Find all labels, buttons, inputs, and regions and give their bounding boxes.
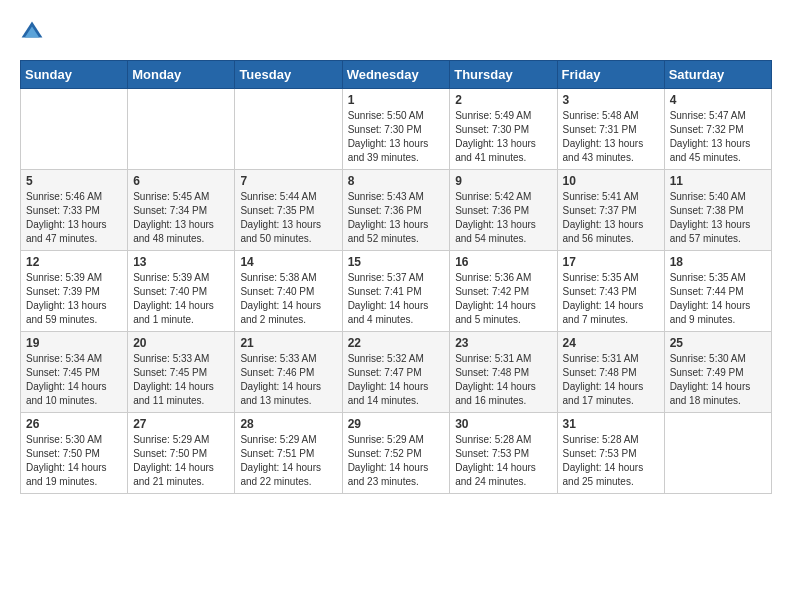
calendar-cell: 11Sunrise: 5:40 AM Sunset: 7:38 PM Dayli… [664, 170, 771, 251]
day-info: Sunrise: 5:39 AM Sunset: 7:39 PM Dayligh… [26, 271, 122, 327]
calendar-cell: 26Sunrise: 5:30 AM Sunset: 7:50 PM Dayli… [21, 413, 128, 494]
calendar-cell [235, 89, 342, 170]
calendar-week-row: 19Sunrise: 5:34 AM Sunset: 7:45 PM Dayli… [21, 332, 772, 413]
calendar-cell: 1Sunrise: 5:50 AM Sunset: 7:30 PM Daylig… [342, 89, 450, 170]
day-info: Sunrise: 5:31 AM Sunset: 7:48 PM Dayligh… [563, 352, 659, 408]
day-info: Sunrise: 5:44 AM Sunset: 7:35 PM Dayligh… [240, 190, 336, 246]
day-number: 30 [455, 417, 551, 431]
day-number: 17 [563, 255, 659, 269]
calendar-cell: 30Sunrise: 5:28 AM Sunset: 7:53 PM Dayli… [450, 413, 557, 494]
calendar-cell: 8Sunrise: 5:43 AM Sunset: 7:36 PM Daylig… [342, 170, 450, 251]
day-info: Sunrise: 5:43 AM Sunset: 7:36 PM Dayligh… [348, 190, 445, 246]
calendar-cell: 18Sunrise: 5:35 AM Sunset: 7:44 PM Dayli… [664, 251, 771, 332]
calendar-cell [128, 89, 235, 170]
calendar-cell: 10Sunrise: 5:41 AM Sunset: 7:37 PM Dayli… [557, 170, 664, 251]
weekday-header: Saturday [664, 61, 771, 89]
logo-icon [20, 20, 44, 44]
day-info: Sunrise: 5:32 AM Sunset: 7:47 PM Dayligh… [348, 352, 445, 408]
day-info: Sunrise: 5:29 AM Sunset: 7:50 PM Dayligh… [133, 433, 229, 489]
calendar-cell: 6Sunrise: 5:45 AM Sunset: 7:34 PM Daylig… [128, 170, 235, 251]
calendar-cell: 15Sunrise: 5:37 AM Sunset: 7:41 PM Dayli… [342, 251, 450, 332]
logo [20, 20, 48, 44]
day-info: Sunrise: 5:35 AM Sunset: 7:43 PM Dayligh… [563, 271, 659, 327]
day-info: Sunrise: 5:30 AM Sunset: 7:49 PM Dayligh… [670, 352, 766, 408]
day-info: Sunrise: 5:39 AM Sunset: 7:40 PM Dayligh… [133, 271, 229, 327]
calendar-cell: 9Sunrise: 5:42 AM Sunset: 7:36 PM Daylig… [450, 170, 557, 251]
day-number: 5 [26, 174, 122, 188]
day-number: 14 [240, 255, 336, 269]
calendar-cell: 28Sunrise: 5:29 AM Sunset: 7:51 PM Dayli… [235, 413, 342, 494]
day-info: Sunrise: 5:41 AM Sunset: 7:37 PM Dayligh… [563, 190, 659, 246]
day-info: Sunrise: 5:34 AM Sunset: 7:45 PM Dayligh… [26, 352, 122, 408]
day-number: 29 [348, 417, 445, 431]
weekday-header: Monday [128, 61, 235, 89]
day-info: Sunrise: 5:42 AM Sunset: 7:36 PM Dayligh… [455, 190, 551, 246]
calendar-cell: 4Sunrise: 5:47 AM Sunset: 7:32 PM Daylig… [664, 89, 771, 170]
day-number: 31 [563, 417, 659, 431]
calendar-cell: 21Sunrise: 5:33 AM Sunset: 7:46 PM Dayli… [235, 332, 342, 413]
day-number: 8 [348, 174, 445, 188]
calendar-cell: 31Sunrise: 5:28 AM Sunset: 7:53 PM Dayli… [557, 413, 664, 494]
calendar-cell: 24Sunrise: 5:31 AM Sunset: 7:48 PM Dayli… [557, 332, 664, 413]
day-number: 12 [26, 255, 122, 269]
weekday-header: Tuesday [235, 61, 342, 89]
day-number: 22 [348, 336, 445, 350]
day-info: Sunrise: 5:48 AM Sunset: 7:31 PM Dayligh… [563, 109, 659, 165]
day-info: Sunrise: 5:33 AM Sunset: 7:45 PM Dayligh… [133, 352, 229, 408]
calendar-cell [664, 413, 771, 494]
day-number: 19 [26, 336, 122, 350]
calendar-week-row: 12Sunrise: 5:39 AM Sunset: 7:39 PM Dayli… [21, 251, 772, 332]
calendar-week-row: 5Sunrise: 5:46 AM Sunset: 7:33 PM Daylig… [21, 170, 772, 251]
page-header [20, 20, 772, 44]
calendar-header-row: SundayMondayTuesdayWednesdayThursdayFrid… [21, 61, 772, 89]
calendar-cell: 13Sunrise: 5:39 AM Sunset: 7:40 PM Dayli… [128, 251, 235, 332]
weekday-header: Thursday [450, 61, 557, 89]
day-number: 1 [348, 93, 445, 107]
day-info: Sunrise: 5:29 AM Sunset: 7:52 PM Dayligh… [348, 433, 445, 489]
day-info: Sunrise: 5:40 AM Sunset: 7:38 PM Dayligh… [670, 190, 766, 246]
day-number: 2 [455, 93, 551, 107]
weekday-header: Friday [557, 61, 664, 89]
day-info: Sunrise: 5:37 AM Sunset: 7:41 PM Dayligh… [348, 271, 445, 327]
calendar-cell: 14Sunrise: 5:38 AM Sunset: 7:40 PM Dayli… [235, 251, 342, 332]
day-number: 3 [563, 93, 659, 107]
day-number: 23 [455, 336, 551, 350]
day-number: 4 [670, 93, 766, 107]
day-info: Sunrise: 5:38 AM Sunset: 7:40 PM Dayligh… [240, 271, 336, 327]
calendar-cell: 22Sunrise: 5:32 AM Sunset: 7:47 PM Dayli… [342, 332, 450, 413]
day-number: 18 [670, 255, 766, 269]
calendar-cell: 12Sunrise: 5:39 AM Sunset: 7:39 PM Dayli… [21, 251, 128, 332]
calendar-cell: 2Sunrise: 5:49 AM Sunset: 7:30 PM Daylig… [450, 89, 557, 170]
calendar-week-row: 1Sunrise: 5:50 AM Sunset: 7:30 PM Daylig… [21, 89, 772, 170]
day-info: Sunrise: 5:31 AM Sunset: 7:48 PM Dayligh… [455, 352, 551, 408]
day-info: Sunrise: 5:33 AM Sunset: 7:46 PM Dayligh… [240, 352, 336, 408]
day-number: 6 [133, 174, 229, 188]
calendar-cell: 25Sunrise: 5:30 AM Sunset: 7:49 PM Dayli… [664, 332, 771, 413]
day-number: 9 [455, 174, 551, 188]
day-number: 7 [240, 174, 336, 188]
calendar-cell: 23Sunrise: 5:31 AM Sunset: 7:48 PM Dayli… [450, 332, 557, 413]
day-info: Sunrise: 5:36 AM Sunset: 7:42 PM Dayligh… [455, 271, 551, 327]
day-info: Sunrise: 5:30 AM Sunset: 7:50 PM Dayligh… [26, 433, 122, 489]
day-info: Sunrise: 5:29 AM Sunset: 7:51 PM Dayligh… [240, 433, 336, 489]
calendar-cell: 16Sunrise: 5:36 AM Sunset: 7:42 PM Dayli… [450, 251, 557, 332]
day-number: 25 [670, 336, 766, 350]
calendar-cell [21, 89, 128, 170]
day-number: 15 [348, 255, 445, 269]
day-info: Sunrise: 5:28 AM Sunset: 7:53 PM Dayligh… [455, 433, 551, 489]
calendar-cell: 5Sunrise: 5:46 AM Sunset: 7:33 PM Daylig… [21, 170, 128, 251]
day-info: Sunrise: 5:49 AM Sunset: 7:30 PM Dayligh… [455, 109, 551, 165]
calendar-cell: 27Sunrise: 5:29 AM Sunset: 7:50 PM Dayli… [128, 413, 235, 494]
day-number: 24 [563, 336, 659, 350]
weekday-header: Wednesday [342, 61, 450, 89]
day-number: 28 [240, 417, 336, 431]
day-info: Sunrise: 5:46 AM Sunset: 7:33 PM Dayligh… [26, 190, 122, 246]
calendar-cell: 29Sunrise: 5:29 AM Sunset: 7:52 PM Dayli… [342, 413, 450, 494]
calendar: SundayMondayTuesdayWednesdayThursdayFrid… [20, 60, 772, 494]
day-number: 10 [563, 174, 659, 188]
calendar-cell: 20Sunrise: 5:33 AM Sunset: 7:45 PM Dayli… [128, 332, 235, 413]
calendar-cell: 19Sunrise: 5:34 AM Sunset: 7:45 PM Dayli… [21, 332, 128, 413]
day-info: Sunrise: 5:50 AM Sunset: 7:30 PM Dayligh… [348, 109, 445, 165]
day-number: 16 [455, 255, 551, 269]
calendar-cell: 17Sunrise: 5:35 AM Sunset: 7:43 PM Dayli… [557, 251, 664, 332]
